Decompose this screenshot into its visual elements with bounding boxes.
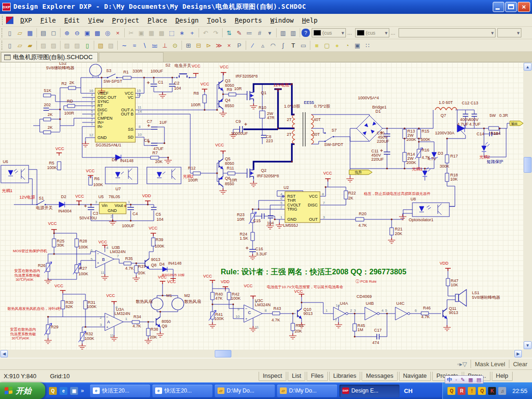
cut-icon[interactable]: ✂ (126, 28, 136, 38)
panel-tab-help[interactable]: Help (492, 372, 513, 381)
panel-tab-list[interactable]: List (288, 372, 305, 381)
draw-line-icon[interactable]: ∕ (248, 40, 258, 50)
menu-window[interactable]: Window (266, 15, 298, 25)
scroll-right-button[interactable]: ▶ (514, 350, 522, 357)
new-schematic-icon[interactable]: ▯ (5, 40, 15, 50)
place-wire-icon[interactable]: ∼ (119, 40, 129, 50)
pcb-doc-icon[interactable]: ▨ (48, 40, 59, 50)
opamps[interactable] (96, 250, 410, 331)
place-directive-icon[interactable]: P (234, 40, 244, 50)
import-document-icon[interactable]: ▰ (25, 40, 35, 50)
mask-level-button[interactable]: Mask Level (475, 361, 505, 368)
menu-dxp[interactable]: DXP (16, 15, 36, 25)
tab-schematic-document[interactable]: 电鱼机原理图(自制).SCHDOC (1, 52, 98, 62)
clear-filter-icon[interactable]: × (113, 28, 123, 38)
messenger-icon[interactable]: R (458, 387, 466, 395)
paste-array2-icon[interactable]: ∷ (363, 40, 373, 50)
task-button-20[interactable]: e快活王20... (152, 385, 212, 397)
more-colors-button[interactable]: ... (389, 30, 397, 36)
extract-library-icon[interactable]: ▥ (288, 28, 298, 38)
draw-rectangle-icon[interactable]: ■ (312, 40, 322, 50)
draw-arc-icon[interactable]: ◠ (268, 40, 278, 50)
maximize-button[interactable] (505, 2, 517, 12)
help-icon[interactable]: ? (302, 29, 310, 37)
select-area-icon[interactable]: ⬚ (167, 28, 177, 38)
ime-icon-3[interactable]: ▦ (468, 377, 473, 383)
scroll-up-button[interactable]: ▲ (524, 63, 532, 71)
schematic-doc-icon[interactable]: ▨ (38, 40, 48, 50)
report-doc-icon[interactable]: ▨ (72, 40, 82, 50)
task-button-dmydo[interactable]: ▱D:\My Do... (215, 385, 275, 397)
place-sheet-symbol-icon[interactable]: ⊟ (193, 40, 204, 50)
ime-icon-2[interactable]: ✎ (460, 377, 465, 383)
scroll-left-button[interactable]: ◀ (0, 350, 8, 357)
task-button-dmydo[interactable]: ▱D:\My Do... (277, 385, 337, 397)
toolbar-grip[interactable] (1, 41, 3, 50)
grid-dropdown-icon[interactable]: ▾ (265, 28, 275, 38)
mask-filter-icon[interactable]: ◦▸▽ (457, 361, 467, 368)
search-tool-icon[interactable]: Q (49, 387, 57, 395)
make-library-icon[interactable]: ▥ (278, 28, 288, 38)
place-text-icon[interactable]: T (288, 40, 298, 50)
place-bus-icon[interactable]: ≈ (129, 40, 139, 50)
compile-icon[interactable]: ▧ (96, 40, 106, 50)
quick-launch-overflow[interactable]: » (81, 387, 84, 394)
zoom-document-icon[interactable]: ▩ (92, 28, 103, 38)
zoom-out-icon[interactable]: ⊖ (72, 28, 82, 38)
open-project-icon[interactable]: ▱ (15, 40, 25, 50)
minimize-button[interactable] (493, 2, 504, 12)
ports[interactable] (349, 121, 523, 175)
paste-array-icon[interactable]: ▩ (157, 28, 167, 38)
task-button-designe[interactable]: DXPDesign E... (339, 385, 399, 397)
panel-tab-libraries[interactable]: Libraries (329, 372, 361, 381)
save-document-icon[interactable]: ▦ (25, 28, 35, 38)
place-bus-entry-icon[interactable]: ∖ (139, 40, 150, 50)
transformer[interactable] (292, 112, 314, 146)
sort-icon[interactable]: ⇅ (224, 28, 234, 38)
place-port-icon[interactable]: ≫ (214, 40, 224, 50)
panel-tab-files[interactable]: Files (307, 372, 327, 381)
place-gnd-port-icon[interactable]: ⊥ (160, 40, 170, 50)
panel-tab-messages[interactable]: Messages (362, 372, 397, 381)
draw-pie-icon[interactable]: ◔ (342, 40, 352, 50)
place-power-port-icon[interactable]: ⊙ (170, 40, 180, 50)
print-icon[interactable]: ▤ (38, 28, 48, 38)
open-document-icon[interactable]: ▱ (15, 28, 25, 38)
run-icon[interactable]: ▧ (106, 40, 116, 50)
zoom-area-icon[interactable]: ▣ (82, 28, 92, 38)
draw-polygon-icon[interactable]: ▵ (258, 40, 268, 50)
library-doc-icon[interactable]: ▨ (62, 40, 72, 50)
internet-explorer-icon[interactable]: e (60, 387, 67, 395)
vscroll-thumb[interactable] (524, 157, 532, 173)
undo-icon[interactable]: ↶ (200, 28, 211, 38)
vertical-scrollbar[interactable]: ▲ ▼ (523, 62, 532, 350)
new-document-icon[interactable]: ▯ (5, 28, 15, 38)
menu-tools[interactable]: Tools (203, 15, 230, 25)
panel-tab-inspect[interactable]: Inspect (259, 372, 286, 381)
place-part-icon[interactable]: ⊞ (183, 40, 193, 50)
qq-icon[interactable]: Q (447, 387, 455, 395)
task-button-20[interactable]: e快活王20... (90, 385, 150, 397)
place-no-erc-icon[interactable]: × (224, 40, 234, 50)
more-colors-button[interactable]: ... (346, 30, 353, 36)
ime-icon-4[interactable]: ▤ (477, 377, 481, 383)
paste-icon[interactable]: ▦ (146, 28, 157, 38)
kaspersky-icon[interactable]: K (488, 387, 496, 395)
clear-button[interactable]: Clear (513, 361, 527, 368)
ime-icon-1[interactable]: ◦ (455, 377, 457, 382)
menu-file[interactable]: File (36, 15, 60, 25)
hscroll-thumb[interactable] (215, 350, 231, 357)
menu-edit[interactable]: Edit (60, 15, 84, 25)
draw-bezier-icon[interactable]: ∫ (278, 40, 288, 50)
color-selector-combo[interactable]: (cus▾ (355, 28, 389, 37)
volume-icon[interactable]: ♫ (498, 387, 506, 395)
draw-round-rectangle-icon[interactable]: ▢ (322, 40, 332, 50)
scroll-down-button[interactable]: ▼ (524, 341, 532, 349)
color-selector-combo[interactable]: (cus▾ (312, 28, 346, 37)
zoom-selected-icon[interactable]: ◎ (103, 28, 113, 38)
filter-edit-icon[interactable]: ✎ (234, 28, 244, 38)
print-preview-icon[interactable]: ◻ (48, 28, 59, 38)
numbering-icon[interactable]: ≔ (244, 28, 254, 38)
menu-project[interactable]: Project (108, 15, 144, 25)
deselect-icon[interactable]: ∗ (177, 28, 187, 38)
